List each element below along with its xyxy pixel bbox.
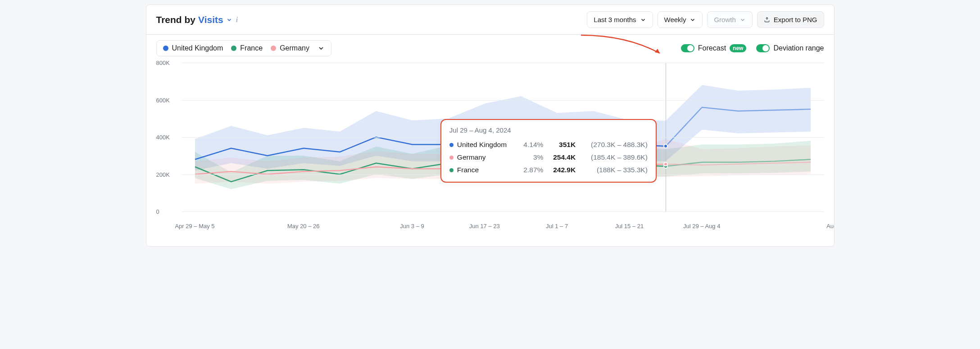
chevron-down-icon bbox=[740, 17, 746, 23]
legend-dot bbox=[271, 46, 276, 51]
legend-dot bbox=[231, 46, 236, 51]
x-axis-label: Jun 3 – 9 bbox=[400, 223, 424, 230]
forecast-toggle[interactable]: Forecast new bbox=[681, 44, 747, 52]
metric-dropdown[interactable]: Visits bbox=[198, 14, 232, 25]
granularity-label: Weekly bbox=[664, 16, 686, 23]
legend-item-germany[interactable]: Germany bbox=[271, 44, 309, 52]
chevron-down-icon bbox=[640, 17, 646, 23]
x-axis-label: May 20 – 26 bbox=[287, 223, 320, 230]
granularity-dropdown[interactable]: Weekly bbox=[658, 11, 703, 28]
legend-label: United Kingdom bbox=[172, 44, 223, 52]
export-button[interactable]: Export to PNG bbox=[757, 11, 824, 28]
export-label: Export to PNG bbox=[774, 16, 817, 23]
legend-selector[interactable]: United Kingdom France Germany bbox=[156, 40, 331, 56]
growth-label: Growth bbox=[714, 16, 735, 23]
legend-item-france[interactable]: France bbox=[231, 44, 263, 52]
y-axis-label: 800K bbox=[156, 60, 170, 66]
deviation-label: Deviation range bbox=[773, 44, 824, 52]
legend-dot bbox=[163, 46, 168, 51]
legend-label: France bbox=[240, 44, 263, 52]
date-range-label: Last 3 months bbox=[594, 16, 636, 23]
legend-item-uk[interactable]: United Kingdom bbox=[163, 44, 223, 52]
x-axis-label: Aug 26 – Sep 1 bbox=[826, 223, 834, 230]
x-axis-label: Jul 29 – Aug 4 bbox=[683, 223, 720, 230]
export-icon bbox=[764, 17, 770, 23]
toggle-switch-icon bbox=[756, 44, 770, 52]
trend-chart[interactable]: 0200K400K600K800KApr 29 – May 5May 20 – … bbox=[156, 63, 824, 230]
chevron-down-icon bbox=[318, 45, 325, 52]
metric-label: Visits bbox=[198, 14, 223, 25]
x-axis-label: Jul 15 – 21 bbox=[615, 223, 644, 230]
hover-marker bbox=[663, 162, 668, 166]
info-icon[interactable]: i bbox=[236, 16, 238, 24]
tooltip-row: United Kingdom4.14%351K(270.3K – 488.3K) bbox=[449, 138, 648, 151]
tooltip-date: Jul 29 – Aug 4, 2024 bbox=[449, 126, 648, 134]
y-axis-label: 0 bbox=[156, 208, 159, 215]
card-header: Trend by Visits i Last 3 months Weekly G… bbox=[146, 5, 834, 35]
title-prefix: Trend by bbox=[156, 14, 196, 25]
chart-tooltip: Jul 29 – Aug 4, 2024United Kingdom4.14%3… bbox=[440, 119, 657, 183]
toggle-switch-icon bbox=[681, 44, 694, 52]
y-axis-label: 600K bbox=[156, 96, 170, 103]
forecast-label: Forecast bbox=[698, 44, 726, 52]
hover-marker bbox=[663, 144, 668, 148]
y-axis-label: 400K bbox=[156, 134, 170, 141]
legend-row: United Kingdom France Germany bbox=[156, 40, 824, 56]
toggle-group: Forecast new Deviation range bbox=[681, 44, 824, 52]
tooltip-row: France2.87%242.9K(188K – 335.3K) bbox=[449, 164, 648, 176]
new-badge: new bbox=[730, 44, 746, 52]
growth-dropdown[interactable]: Growth bbox=[707, 11, 752, 28]
date-range-dropdown[interactable]: Last 3 months bbox=[587, 11, 653, 28]
x-axis-label: Jul 1 – 7 bbox=[546, 223, 568, 230]
chevron-down-icon bbox=[690, 17, 696, 23]
x-axis-label: Jun 17 – 23 bbox=[469, 223, 500, 230]
card-body: United Kingdom France Germany bbox=[146, 35, 834, 246]
trend-card: Trend by Visits i Last 3 months Weekly G… bbox=[146, 5, 835, 247]
chevron-down-icon bbox=[226, 17, 232, 23]
y-axis-label: 200K bbox=[156, 171, 170, 178]
tooltip-row: Germany3%254.4K(185.4K – 389.6K) bbox=[449, 151, 648, 164]
x-axis-label: Apr 29 – May 5 bbox=[175, 223, 214, 230]
legend-label: Germany bbox=[280, 44, 309, 52]
deviation-toggle[interactable]: Deviation range bbox=[756, 44, 824, 52]
card-title: Trend by Visits i bbox=[156, 14, 238, 25]
